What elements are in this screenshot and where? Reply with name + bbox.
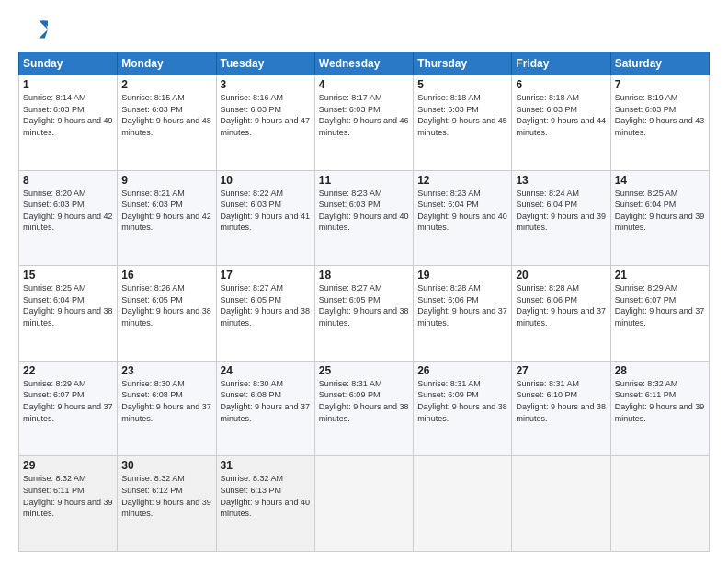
day-number: 29	[23, 459, 113, 472]
day-number: 6	[516, 78, 606, 91]
calendar-cell: 25 Sunrise: 8:31 AM Sunset: 6:09 PM Dayl…	[314, 361, 413, 456]
day-number: 12	[417, 174, 507, 187]
day-number: 25	[319, 364, 409, 377]
calendar-cell: 5 Sunrise: 8:18 AM Sunset: 6:03 PM Dayli…	[414, 75, 512, 171]
day-number: 11	[319, 174, 409, 187]
calendar-cell: 17 Sunrise: 8:27 AM Sunset: 6:05 PM Dayl…	[216, 266, 314, 362]
day-info: Sunrise: 8:31 AM Sunset: 6:09 PM Dayligh…	[417, 378, 507, 424]
logo	[18, 15, 51, 44]
day-info: Sunrise: 8:21 AM Sunset: 6:03 PM Dayligh…	[121, 188, 211, 234]
day-number: 20	[516, 269, 606, 282]
calendar-cell: 22 Sunrise: 8:29 AM Sunset: 6:07 PM Dayl…	[19, 361, 118, 456]
day-info: Sunrise: 8:18 AM Sunset: 6:03 PM Dayligh…	[417, 92, 507, 138]
calendar-cell: 12 Sunrise: 8:23 AM Sunset: 6:04 PM Dayl…	[414, 170, 512, 266]
day-info: Sunrise: 8:20 AM Sunset: 6:03 PM Dayligh…	[23, 188, 113, 234]
day-info: Sunrise: 8:22 AM Sunset: 6:03 PM Dayligh…	[221, 188, 311, 234]
calendar-cell: 30 Sunrise: 8:32 AM Sunset: 6:12 PM Dayl…	[118, 456, 216, 552]
calendar-day-header: Friday	[512, 52, 610, 75]
day-info: Sunrise: 8:14 AM Sunset: 6:03 PM Dayligh…	[23, 92, 113, 138]
day-info: Sunrise: 8:31 AM Sunset: 6:10 PM Dayligh…	[516, 378, 606, 424]
day-info: Sunrise: 8:32 AM Sunset: 6:11 PM Dayligh…	[23, 473, 113, 519]
calendar-cell: 21 Sunrise: 8:29 AM Sunset: 6:07 PM Dayl…	[610, 266, 709, 362]
calendar-week-row: 29 Sunrise: 8:32 AM Sunset: 6:11 PM Dayl…	[19, 456, 710, 552]
calendar-cell: 19 Sunrise: 8:28 AM Sunset: 6:06 PM Dayl…	[414, 266, 512, 362]
day-number: 28	[615, 364, 705, 377]
calendar-cell: 1 Sunrise: 8:14 AM Sunset: 6:03 PM Dayli…	[19, 75, 118, 171]
day-number: 5	[417, 78, 507, 91]
calendar-cell: 13 Sunrise: 8:24 AM Sunset: 6:04 PM Dayl…	[512, 170, 610, 266]
day-info: Sunrise: 8:23 AM Sunset: 6:03 PM Dayligh…	[319, 188, 409, 234]
day-info: Sunrise: 8:29 AM Sunset: 6:07 PM Dayligh…	[23, 378, 113, 424]
day-info: Sunrise: 8:25 AM Sunset: 6:04 PM Dayligh…	[23, 282, 113, 328]
day-number: 9	[121, 174, 211, 187]
calendar-cell: 24 Sunrise: 8:30 AM Sunset: 6:08 PM Dayl…	[216, 361, 314, 456]
day-info: Sunrise: 8:27 AM Sunset: 6:05 PM Dayligh…	[319, 282, 409, 328]
calendar-cell: 31 Sunrise: 8:32 AM Sunset: 6:13 PM Dayl…	[216, 456, 314, 552]
calendar-cell: 6 Sunrise: 8:18 AM Sunset: 6:03 PM Dayli…	[512, 75, 610, 171]
day-info: Sunrise: 8:18 AM Sunset: 6:03 PM Dayligh…	[516, 92, 606, 138]
calendar-day-header: Wednesday	[314, 52, 413, 75]
day-info: Sunrise: 8:29 AM Sunset: 6:07 PM Dayligh…	[615, 282, 705, 328]
calendar-cell: 8 Sunrise: 8:20 AM Sunset: 6:03 PM Dayli…	[19, 170, 118, 266]
day-number: 4	[319, 78, 409, 91]
day-number: 18	[319, 269, 409, 282]
day-info: Sunrise: 8:31 AM Sunset: 6:09 PM Dayligh…	[319, 378, 409, 424]
day-info: Sunrise: 8:30 AM Sunset: 6:08 PM Dayligh…	[121, 378, 211, 424]
day-number: 27	[516, 364, 606, 377]
day-number: 8	[23, 174, 113, 187]
day-number: 31	[221, 459, 311, 472]
calendar-cell: 28 Sunrise: 8:32 AM Sunset: 6:11 PM Dayl…	[610, 361, 709, 456]
day-number: 16	[121, 269, 211, 282]
day-number: 24	[221, 364, 311, 377]
day-number: 17	[221, 269, 311, 282]
page: SundayMondayTuesdayWednesdayThursdayFrid…	[0, 0, 728, 563]
calendar-header-row: SundayMondayTuesdayWednesdayThursdayFrid…	[19, 52, 710, 75]
day-info: Sunrise: 8:19 AM Sunset: 6:03 PM Dayligh…	[615, 92, 705, 138]
calendar-cell: 10 Sunrise: 8:22 AM Sunset: 6:03 PM Dayl…	[216, 170, 314, 266]
calendar-cell: 16 Sunrise: 8:26 AM Sunset: 6:05 PM Dayl…	[118, 266, 216, 362]
day-number: 23	[121, 364, 211, 377]
day-info: Sunrise: 8:23 AM Sunset: 6:04 PM Dayligh…	[417, 188, 507, 234]
calendar-cell	[512, 456, 610, 552]
day-number: 10	[221, 174, 311, 187]
day-info: Sunrise: 8:27 AM Sunset: 6:05 PM Dayligh…	[221, 282, 311, 328]
day-number: 15	[23, 269, 113, 282]
day-info: Sunrise: 8:32 AM Sunset: 6:13 PM Dayligh…	[221, 473, 311, 519]
day-number: 13	[516, 174, 606, 187]
calendar-day-header: Sunday	[19, 52, 118, 75]
header	[18, 15, 710, 44]
day-info: Sunrise: 8:15 AM Sunset: 6:03 PM Dayligh…	[121, 92, 211, 138]
calendar-cell: 29 Sunrise: 8:32 AM Sunset: 6:11 PM Dayl…	[19, 456, 118, 552]
calendar-table: SundayMondayTuesdayWednesdayThursdayFrid…	[18, 52, 710, 552]
day-number: 21	[615, 269, 705, 282]
calendar-day-header: Saturday	[610, 52, 709, 75]
logo-icon	[18, 15, 48, 44]
day-info: Sunrise: 8:25 AM Sunset: 6:04 PM Dayligh…	[615, 188, 705, 234]
calendar-cell: 4 Sunrise: 8:17 AM Sunset: 6:03 PM Dayli…	[314, 75, 413, 171]
day-info: Sunrise: 8:26 AM Sunset: 6:05 PM Dayligh…	[121, 282, 211, 328]
calendar-day-header: Monday	[118, 52, 216, 75]
calendar-cell: 7 Sunrise: 8:19 AM Sunset: 6:03 PM Dayli…	[610, 75, 709, 171]
day-info: Sunrise: 8:32 AM Sunset: 6:11 PM Dayligh…	[615, 378, 705, 424]
calendar-cell: 14 Sunrise: 8:25 AM Sunset: 6:04 PM Dayl…	[610, 170, 709, 266]
day-number: 19	[417, 269, 507, 282]
day-number: 3	[221, 78, 311, 91]
day-number: 22	[23, 364, 113, 377]
calendar-cell	[414, 456, 512, 552]
calendar-week-row: 1 Sunrise: 8:14 AM Sunset: 6:03 PM Dayli…	[19, 75, 710, 171]
day-info: Sunrise: 8:24 AM Sunset: 6:04 PM Dayligh…	[516, 188, 606, 234]
day-number: 1	[23, 78, 113, 91]
day-info: Sunrise: 8:30 AM Sunset: 6:08 PM Dayligh…	[221, 378, 311, 424]
calendar-cell: 15 Sunrise: 8:25 AM Sunset: 6:04 PM Dayl…	[19, 266, 118, 362]
calendar-cell: 3 Sunrise: 8:16 AM Sunset: 6:03 PM Dayli…	[216, 75, 314, 171]
day-info: Sunrise: 8:28 AM Sunset: 6:06 PM Dayligh…	[516, 282, 606, 328]
calendar-week-row: 22 Sunrise: 8:29 AM Sunset: 6:07 PM Dayl…	[19, 361, 710, 456]
day-number: 14	[615, 174, 705, 187]
day-number: 7	[615, 78, 705, 91]
calendar-cell: 20 Sunrise: 8:28 AM Sunset: 6:06 PM Dayl…	[512, 266, 610, 362]
calendar-cell: 9 Sunrise: 8:21 AM Sunset: 6:03 PM Dayli…	[118, 170, 216, 266]
calendar-cell: 23 Sunrise: 8:30 AM Sunset: 6:08 PM Dayl…	[118, 361, 216, 456]
day-number: 26	[417, 364, 507, 377]
day-info: Sunrise: 8:16 AM Sunset: 6:03 PM Dayligh…	[221, 92, 311, 138]
day-info: Sunrise: 8:32 AM Sunset: 6:12 PM Dayligh…	[121, 473, 211, 519]
